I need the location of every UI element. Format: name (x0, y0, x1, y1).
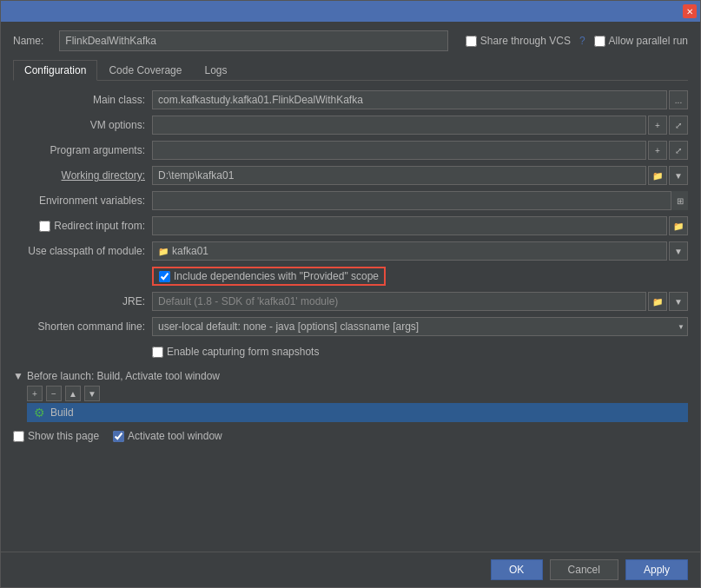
shorten-cmd-label: Shorten command line: (13, 320, 152, 333)
activate-window-text: Activate tool window (128, 430, 222, 442)
main-class-input-group: ... (152, 90, 688, 109)
shorten-cmd-field: user-local default: none - java [options… (152, 317, 688, 336)
enable-snapshots-text: Enable capturing form snapshots (167, 346, 319, 358)
show-page-checkbox[interactable] (13, 431, 24, 442)
main-class-row: Main class: ... (13, 89, 688, 110)
redirect-input-checkbox[interactable] (39, 221, 50, 232)
working-dir-input[interactable] (152, 166, 646, 185)
enable-snapshots-label[interactable]: Enable capturing form snapshots (152, 346, 319, 358)
show-page-text: Show this page (28, 430, 99, 442)
allow-parallel-text: Allow parallel run (609, 35, 688, 47)
share-vcs-label[interactable]: Share through VCS (466, 35, 571, 47)
name-input[interactable] (59, 30, 448, 51)
jre-input-group: 📁 ▼ (152, 292, 688, 311)
include-deps-highlight: Include dependencies with "Provided" sco… (152, 267, 386, 286)
working-dir-row: Working directory: 📁 ▼ (13, 165, 688, 186)
shorten-cmd-row: Shorten command line: user-local default… (13, 316, 688, 337)
before-launch-add-button[interactable]: + (27, 386, 43, 401)
vm-options-row: VM options: + ⤢ (13, 115, 688, 135)
env-vars-input[interactable] (152, 191, 688, 210)
tabs: Configuration Code Coverage Logs (13, 60, 688, 81)
redirect-label-area: Redirect input from: (13, 220, 152, 232)
allow-parallel-label[interactable]: Allow parallel run (594, 35, 688, 47)
share-vcs-text: Share through VCS (480, 35, 571, 47)
program-args-label: Program arguments: (13, 144, 152, 156)
jre-input[interactable] (152, 292, 646, 311)
close-button[interactable]: ✕ (683, 4, 697, 18)
build-label: Build (50, 406, 74, 419)
vm-options-expand-button[interactable]: ⤢ (669, 116, 688, 135)
dialog-content: Name: Share through VCS ? Allow parallel… (1, 22, 700, 552)
classpath-row: Use classpath of module: 📁 kafka01 ▼ (13, 241, 688, 261)
name-label: Name: (13, 35, 50, 47)
before-launch-down-button[interactable]: ▼ (84, 386, 100, 401)
include-deps-checkbox[interactable] (159, 271, 170, 282)
before-launch-minus-button[interactable]: − (46, 386, 62, 401)
include-deps-row: Include dependencies with "Provided" sco… (152, 266, 688, 287)
before-launch-up-button[interactable]: ▲ (65, 386, 81, 401)
tab-configuration[interactable]: Configuration (13, 60, 97, 81)
program-args-field: + ⤢ (152, 141, 688, 160)
program-args-plus-button[interactable]: + (648, 141, 667, 160)
ok-button[interactable]: OK (491, 559, 543, 580)
redirect-input-group: 📁 (152, 216, 688, 235)
vm-options-input[interactable] (152, 116, 646, 135)
classpath-dropdown-button[interactable]: ▼ (669, 241, 688, 261)
titlebar: ✕ (1, 1, 700, 22)
jre-row: JRE: 📁 ▼ (13, 291, 688, 312)
before-launch-section: ▼ Before launch: Build, Activate tool wi… (13, 370, 688, 422)
program-args-expand-button[interactable]: ⤢ (669, 141, 688, 160)
activate-window-checkbox[interactable] (113, 431, 124, 442)
classpath-module-text: kafka01 (172, 245, 208, 257)
redirect-input-input[interactable] (152, 216, 667, 235)
name-row-right: Share through VCS ? Allow parallel run (466, 35, 688, 47)
name-row: Name: Share through VCS ? Allow parallel… (13, 30, 688, 51)
help-icon[interactable]: ? (579, 35, 585, 47)
working-dir-dropdown-button[interactable]: ▼ (669, 166, 688, 185)
vm-options-plus-button[interactable]: + (648, 116, 667, 135)
before-launch-toolbar: + − ▲ ▼ (27, 386, 688, 401)
main-class-input[interactable] (152, 90, 667, 109)
env-vars-field: ⊞ (152, 191, 688, 210)
program-args-input[interactable] (152, 141, 646, 160)
working-dir-input-group: 📁 ▼ (152, 166, 688, 185)
redirect-input-field: 📁 (152, 216, 688, 235)
before-launch-header: ▼ Before launch: Build, Activate tool wi… (13, 370, 688, 382)
activate-window-label[interactable]: Activate tool window (113, 430, 222, 442)
show-page-label[interactable]: Show this page (13, 430, 99, 442)
env-vars-row: Environment variables: ⊞ (13, 190, 688, 211)
main-class-label: Main class: (13, 94, 152, 106)
program-args-row: Program arguments: + ⤢ (13, 140, 688, 161)
tab-code-coverage[interactable]: Code Coverage (97, 60, 193, 80)
redirect-input-checkbox-label[interactable]: Redirect input from: (39, 220, 145, 232)
classpath-input-group: 📁 kafka01 ▼ (152, 241, 688, 261)
classpath-label: Use classpath of module: (13, 245, 152, 257)
jre-folder-button[interactable]: 📁 (648, 292, 667, 311)
vm-options-input-group: + ⤢ (152, 116, 688, 135)
tab-logs[interactable]: Logs (193, 60, 238, 80)
working-dir-folder-button[interactable]: 📁 (648, 166, 667, 185)
cancel-button[interactable]: Cancel (550, 559, 618, 580)
vm-options-field: + ⤢ (152, 116, 688, 135)
vm-options-label: VM options: (13, 119, 152, 131)
before-launch-collapse-icon[interactable]: ▼ (13, 370, 23, 382)
main-class-browse-button[interactable]: ... (669, 90, 688, 109)
redirect-input-folder-button[interactable]: 📁 (669, 216, 688, 235)
allow-parallel-checkbox[interactable] (594, 36, 605, 47)
redirect-input-text: Redirect input from: (54, 220, 145, 232)
jre-dropdown-button[interactable]: ▼ (669, 292, 688, 311)
before-launch-title: Before launch: Build, Activate tool wind… (27, 370, 220, 382)
main-class-field: ... (152, 90, 688, 109)
env-vars-browse-button[interactable]: ⊞ (671, 191, 688, 210)
jre-field: 📁 ▼ (152, 292, 688, 311)
build-item[interactable]: ⚙ Build (27, 403, 688, 422)
share-vcs-checkbox[interactable] (466, 36, 477, 47)
env-vars-label: Environment variables: (13, 195, 152, 207)
form-section: Main class: ... VM options: + ⤢ (13, 89, 688, 543)
enable-snapshots-checkbox[interactable] (152, 347, 163, 358)
apply-button[interactable]: Apply (625, 559, 688, 580)
footer: OK Cancel Apply (1, 552, 700, 587)
program-args-input-group: + ⤢ (152, 141, 688, 160)
bottom-options: Show this page Activate tool window (13, 430, 688, 442)
shorten-cmd-select[interactable]: user-local default: none - java [options… (152, 317, 688, 336)
